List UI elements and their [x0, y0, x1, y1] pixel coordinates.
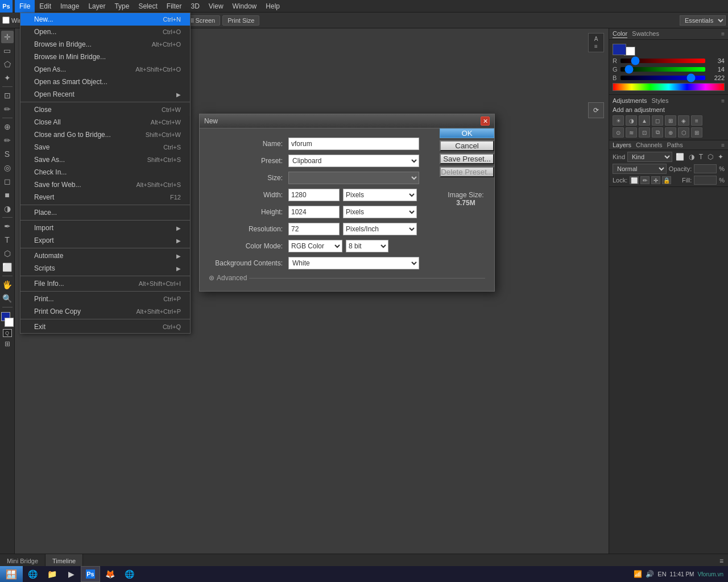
fg-color-swatch[interactable]: [613, 44, 626, 55]
tab-timeline[interactable]: Timeline: [46, 554, 83, 568]
menu-close-all[interactable]: Close All Alt+Ctrl+W: [20, 116, 190, 128]
bgcontents-select[interactable]: White Background Color Transparent: [288, 257, 419, 269]
menu-print[interactable]: Print... Ctrl+P: [20, 293, 190, 305]
dialog-save-preset-btn[interactable]: Save Preset...: [440, 153, 494, 164]
tab-swatches[interactable]: Swatches: [632, 30, 659, 38]
workspace-select[interactable]: Essentials: [680, 15, 726, 26]
tool-brush[interactable]: ✏: [1, 134, 14, 147]
tool-clone[interactable]: S: [1, 148, 14, 160]
tool-hand[interactable]: 🖐: [1, 278, 14, 291]
adj-exposure[interactable]: ◻: [652, 115, 663, 126]
tool-eraser[interactable]: ◻: [1, 175, 14, 188]
menu-open-recent[interactable]: Open Recent ▶: [20, 88, 190, 101]
tool-history[interactable]: ◎: [1, 161, 14, 174]
print-size-btn[interactable]: Print Size: [222, 15, 259, 26]
tab-adjustments[interactable]: Adjustments: [613, 97, 647, 104]
tool-zoom[interactable]: 🔍: [1, 292, 14, 305]
adj-bw[interactable]: ⊙: [613, 127, 624, 138]
kind-icon-adjust[interactable]: ◑: [688, 153, 696, 161]
kind-icon-smart[interactable]: ✦: [717, 153, 725, 161]
menu-window[interactable]: Window: [228, 0, 262, 13]
adj-curves[interactable]: ▲: [639, 115, 650, 126]
tool-healing[interactable]: ⊕: [1, 120, 14, 133]
tool-gradient[interactable]: ■: [1, 189, 14, 201]
tab-layers[interactable]: Layers: [613, 142, 631, 148]
lock-image[interactable]: ✏: [640, 176, 650, 184]
menu-save[interactable]: Save Ctrl+S: [20, 141, 190, 153]
taskbar-media[interactable]: ▶: [61, 566, 81, 582]
tab-paths[interactable]: Paths: [667, 142, 683, 148]
preset-select[interactable]: Clipboard: [288, 155, 419, 167]
tool-dodge[interactable]: ◑: [1, 202, 14, 215]
height-input[interactable]: [288, 206, 340, 218]
menu-print-one[interactable]: Print One Copy Alt+Shift+Ctrl+P: [20, 305, 190, 318]
menu-close-bridge[interactable]: Close and Go to Bridge... Shift+Ctrl+W: [20, 128, 190, 141]
vforum-logo[interactable]: Vforum.vn: [697, 571, 723, 577]
new-dialog-close[interactable]: ✕: [481, 117, 490, 126]
adj-hsl[interactable]: ◈: [678, 115, 689, 126]
menu-edit[interactable]: Edit: [35, 0, 56, 13]
tray-volume[interactable]: 🔊: [646, 570, 654, 578]
menu-image[interactable]: Image: [56, 0, 84, 13]
kind-icon-pixel[interactable]: ⬜: [675, 153, 685, 161]
menu-open-smart[interactable]: Open as Smart Object...: [20, 76, 190, 88]
menu-new[interactable]: New... Ctrl+N: [20, 13, 190, 26]
tool-crop[interactable]: ⊡: [1, 89, 14, 102]
adj-invert[interactable]: ⊕: [665, 127, 676, 138]
lock-position[interactable]: ✛: [651, 176, 660, 184]
tool-path[interactable]: ⬡: [1, 247, 14, 260]
quick-mask-btn[interactable]: Q: [3, 329, 12, 337]
rotate-canvas-btn[interactable]: ⟳: [588, 102, 604, 118]
mini-panel-expand[interactable]: ≡: [594, 43, 598, 49]
menu-filter[interactable]: Filter: [162, 0, 187, 13]
tray-time[interactable]: 11:41 PM: [670, 571, 694, 578]
menu-select[interactable]: Select: [134, 0, 162, 13]
menu-export[interactable]: Export ▶: [20, 234, 190, 247]
menu-type[interactable]: Type: [110, 0, 134, 13]
colormode-select[interactable]: RGB Color CMYK Color: [288, 240, 342, 252]
width-input[interactable]: [288, 189, 340, 201]
menu-open-as[interactable]: Open As... Alt+Shift+Ctrl+O: [20, 63, 190, 76]
r-slider[interactable]: [621, 59, 705, 63]
tool-move[interactable]: ✛: [1, 31, 14, 43]
tool-text[interactable]: T: [1, 234, 14, 246]
menu-open[interactable]: Open... Ctrl+O: [20, 26, 190, 38]
adj-color-lookup[interactable]: ⧉: [652, 127, 663, 138]
bottom-panel-menu[interactable]: ≡: [715, 557, 728, 565]
adj-brightness[interactable]: ☀: [613, 115, 624, 126]
tray-lang[interactable]: EN: [657, 571, 666, 577]
menu-close[interactable]: Close Ctrl+W: [20, 103, 190, 116]
taskbar-photoshop[interactable]: Ps: [81, 566, 100, 582]
fill-input[interactable]: [694, 176, 717, 185]
opacity-input[interactable]: [694, 164, 717, 173]
start-button[interactable]: 🪟: [0, 566, 23, 582]
kind-icon-type[interactable]: T: [698, 153, 704, 161]
menu-save-web[interactable]: Save for Web... Alt+Shift+Ctrl+S: [20, 178, 190, 191]
adj-vibrance[interactable]: ⊞: [665, 115, 676, 126]
height-unit-select[interactable]: Pixels Inches: [343, 206, 417, 218]
tool-lasso[interactable]: ⬠: [1, 58, 14, 70]
menu-file-info[interactable]: File Info... Alt+Shift+Ctrl+I: [20, 277, 190, 290]
tab-styles[interactable]: Styles: [652, 97, 669, 104]
tool-eyedropper[interactable]: ✏: [1, 103, 14, 115]
menu-browse-bridge[interactable]: Browse in Bridge... Alt+Ctrl+O: [20, 38, 190, 51]
tab-mini-bridge[interactable]: Mini Bridge: [0, 554, 46, 568]
adj-channel-mixer[interactable]: ⊡: [639, 127, 650, 138]
menu-import[interactable]: Import ▶: [20, 222, 190, 234]
taskbar-ie[interactable]: 🌐: [23, 566, 42, 582]
colordepth-select[interactable]: 8 bit 16 bit: [346, 240, 388, 252]
blend-mode-select[interactable]: Normal: [613, 164, 667, 174]
tab-color[interactable]: Color: [613, 30, 627, 38]
tool-shape[interactable]: ⬜: [1, 261, 14, 273]
taskbar-chrome[interactable]: 🌐: [119, 566, 139, 582]
name-input[interactable]: [288, 138, 419, 150]
dialog-ok-btn[interactable]: OK: [440, 128, 494, 138]
lock-all[interactable]: 🔒: [662, 176, 671, 184]
taskbar-firefox[interactable]: 🦊: [100, 566, 119, 582]
menu-help[interactable]: Help: [261, 0, 284, 13]
adj-color-balance[interactable]: ≡: [691, 115, 702, 126]
menu-view[interactable]: View: [204, 0, 228, 13]
adj-threshold[interactable]: ⊞: [691, 127, 702, 138]
tray-network[interactable]: 📶: [634, 570, 642, 578]
color-panel-menu[interactable]: ≡: [721, 31, 725, 37]
